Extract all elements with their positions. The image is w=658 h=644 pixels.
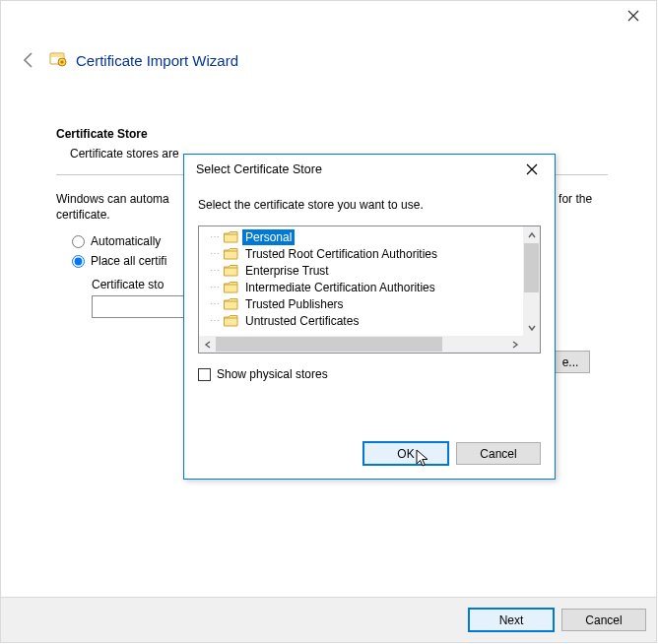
ok-button[interactable]: OK	[363, 442, 448, 465]
tree-item[interactable]: ⋯Trusted Root Certification Authorities	[201, 245, 523, 262]
close-icon[interactable]	[509, 155, 555, 184]
tree-connector-icon: ⋯	[207, 245, 223, 262]
horizontal-scrollbar[interactable]	[199, 336, 523, 353]
store-tree: ⋯Personal⋯Trusted Root Certification Aut…	[198, 225, 541, 354]
tree-connector-icon: ⋯	[207, 228, 223, 245]
scroll-left-icon[interactable]	[199, 336, 216, 353]
folder-icon	[223, 313, 238, 329]
modal-cancel-button[interactable]: Cancel	[456, 442, 541, 465]
show-physical-row[interactable]: Show physical stores	[198, 367, 541, 381]
tree-connector-icon: ⋯	[207, 312, 223, 329]
modal-cancel-label: Cancel	[480, 447, 516, 461]
browse-button-label: e...	[562, 355, 579, 369]
vertical-scroll-thumb[interactable]	[524, 243, 539, 292]
ok-button-label: OK	[397, 447, 414, 461]
show-physical-checkbox[interactable]	[198, 368, 211, 381]
tree-item-label: Trusted Root Certification Authorities	[242, 246, 440, 262]
folder-icon	[223, 246, 238, 262]
tree-item-label: Untrusted Certificates	[242, 313, 362, 329]
tree-connector-icon: ⋯	[207, 279, 223, 295]
show-physical-label: Show physical stores	[217, 367, 328, 381]
wizard-title: Certificate Import Wizard	[76, 52, 238, 69]
section-heading: Certificate Store	[56, 127, 608, 141]
certificate-shield-icon	[48, 50, 68, 70]
folder-icon	[223, 229, 238, 245]
svg-point-3	[60, 60, 63, 63]
tree-item[interactable]: ⋯Untrusted Certificates	[201, 312, 523, 329]
tree-item[interactable]: ⋯Personal	[201, 228, 523, 245]
dialog-button-row: OK Cancel	[184, 428, 555, 479]
radio-place-label: Place all certifi	[91, 254, 166, 268]
tree-item-label: Enterprise Trust	[242, 263, 332, 279]
para-part1: Windows can automa	[56, 192, 169, 206]
outer-titlebar	[1, 1, 656, 31]
tree-connector-icon: ⋯	[207, 295, 223, 312]
folder-icon	[223, 263, 238, 279]
scroll-right-icon[interactable]	[506, 336, 523, 353]
horizontal-scroll-thumb[interactable]	[216, 337, 442, 352]
tree-item-label: Personal	[242, 229, 295, 245]
close-icon[interactable]	[611, 1, 656, 31]
select-store-dialog: Select Certificate Store Select the cert…	[183, 154, 556, 480]
next-button-label: Next	[499, 613, 524, 627]
dialog-prompt: Select the certificate store you want to…	[198, 198, 541, 212]
folder-icon	[223, 296, 238, 312]
browse-button[interactable]: e...	[551, 351, 590, 373]
radio-auto-label: Automatically	[91, 234, 161, 248]
size-grip	[523, 336, 540, 353]
tree-inner[interactable]: ⋯Personal⋯Trusted Root Certification Aut…	[199, 226, 523, 336]
folder-icon	[223, 280, 238, 295]
cancel-button-label: Cancel	[585, 613, 622, 627]
tree-connector-icon: ⋯	[207, 262, 223, 279]
dialog-body: Select the certificate store you want to…	[184, 184, 555, 428]
scroll-down-icon[interactable]	[523, 319, 540, 336]
tree-item-label: Trusted Publishers	[242, 296, 347, 312]
next-button[interactable]: Next	[469, 609, 554, 631]
tree-item[interactable]: ⋯Intermediate Certification Authorities	[201, 279, 523, 295]
tree-item-label: Intermediate Certification Authorities	[242, 280, 438, 295]
wizard-header: Certificate Import Wizard	[1, 45, 656, 75]
tree-item[interactable]: ⋯Enterprise Trust	[201, 262, 523, 279]
vertical-scrollbar[interactable]	[523, 226, 540, 336]
scroll-up-icon[interactable]	[523, 226, 540, 243]
svg-rect-1	[51, 54, 63, 57]
dialog-title: Select Certificate Store	[184, 155, 555, 184]
cancel-button[interactable]: Cancel	[561, 609, 646, 631]
back-arrow-icon[interactable]	[17, 48, 40, 72]
tree-item[interactable]: ⋯Trusted Publishers	[201, 295, 523, 312]
radio-place-input[interactable]	[72, 255, 85, 268]
radio-auto-input[interactable]	[72, 235, 85, 248]
wizard-footer: Next Cancel	[1, 597, 656, 642]
